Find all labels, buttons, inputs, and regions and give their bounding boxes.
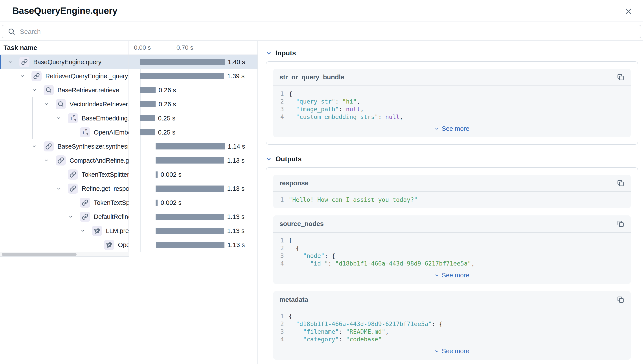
duration-label: 1.13 s xyxy=(227,154,245,168)
duration-bar xyxy=(140,115,155,121)
expander-chevron-icon[interactable] xyxy=(30,88,39,92)
task-name-header: Task name xyxy=(0,41,129,54)
axis-tick: 0.70 s xyxy=(176,41,193,54)
section-label: Inputs xyxy=(276,49,296,57)
line-number: 4 xyxy=(276,336,289,343)
task-row[interactable]: Ope1.13 s xyxy=(0,238,258,252)
task-row[interactable]: TokenTextSplitter.0.002 s xyxy=(0,168,258,182)
outputs-section-header[interactable]: Outputs xyxy=(266,154,638,164)
duration-bar xyxy=(156,214,224,220)
copy-button[interactable] xyxy=(616,73,625,82)
task-label: DefaultRefine xyxy=(94,213,129,220)
chevron-down-icon xyxy=(435,349,439,354)
expander-chevron-icon[interactable] xyxy=(66,214,76,219)
copy-icon xyxy=(617,296,624,303)
task-row[interactable]: DefaultRefine1.13 s xyxy=(0,210,258,224)
line-number: 2 xyxy=(276,98,289,105)
task-row[interactable]: TokenTextSp0.002 s xyxy=(0,196,258,210)
copy-button[interactable] xyxy=(616,295,625,304)
task-row[interactable]: BaseRetriever.retrieve0.26 s xyxy=(0,83,258,97)
duration-label: 0.002 s xyxy=(161,168,181,182)
search-input[interactable] xyxy=(20,28,589,36)
close-button[interactable] xyxy=(624,6,633,16)
field-title: source_nodes xyxy=(280,220,324,228)
code-line: 1{ xyxy=(276,90,626,98)
expander-chevron-icon[interactable] xyxy=(17,74,27,78)
code-line: 4 "id_": "d18bb1f1-466a-443d-98d9-6217bf… xyxy=(276,260,626,267)
field-block: source_nodes1[2 {3 "node": {4 "id_": "d1… xyxy=(273,216,631,284)
expander-chevron-icon[interactable] xyxy=(78,228,88,233)
code-text: "image_path": null, xyxy=(289,105,364,113)
span-details-panel: Inputsstr_or_query_bundle1{2 "query_str"… xyxy=(258,41,643,364)
task-label: CompactAndRefine.ge xyxy=(70,157,129,164)
timeline-cell: 0.25 s xyxy=(129,111,258,125)
task-label: BaseRetriever.retrieve xyxy=(57,86,119,94)
horizontal-scrollbar[interactable] xyxy=(0,252,129,257)
task-label: BaseSynthesizer.synthesiz xyxy=(57,143,129,150)
duration-bar xyxy=(156,186,224,192)
expander-chevron-icon[interactable] xyxy=(42,158,51,163)
task-name-cell: LLM.pre xyxy=(0,224,129,238)
task-row[interactable]: Refine.get_respo1.13 s xyxy=(0,182,258,196)
code-text: "category": "codebase" xyxy=(289,336,382,343)
timeline-cell: 1.13 s xyxy=(129,224,258,238)
task-name-cell: BaseRetriever.retrieve xyxy=(0,83,129,97)
code-text: "d18bb1f1-466a-443d-98d9-6217bf71ee5a": … xyxy=(289,320,443,328)
task-name-cell: RetrieverQueryEngine._query xyxy=(0,69,129,83)
duration-bar xyxy=(140,87,156,93)
code-line: 2 "d18bb1f1-466a-443d-98d9-6217bf71ee5a"… xyxy=(276,320,626,328)
scrollbar-thumb[interactable] xyxy=(2,253,77,256)
see-more-button[interactable]: See more xyxy=(273,345,631,360)
line-number: 4 xyxy=(276,260,289,267)
duration-bar xyxy=(156,172,158,178)
code-viewer: 1"Hello! How can I assist you today?" xyxy=(273,192,631,208)
trace-detail-window: BaseQueryEngine.query Task name 0.00 s 0… xyxy=(0,0,643,364)
task-row[interactable]: BaseSynthesizer.synthesiz1.14 s xyxy=(0,139,258,154)
line-number: 3 xyxy=(276,252,289,260)
duration-label: 1.40 s xyxy=(228,55,245,69)
search-box[interactable] xyxy=(2,25,641,38)
see-more-button[interactable]: See more xyxy=(273,270,631,284)
task-row[interactable]: CompactAndRefine.ge1.13 s xyxy=(0,154,258,168)
duration-label: 1.13 s xyxy=(227,224,245,238)
expander-chevron-icon[interactable] xyxy=(42,102,51,106)
line-number: 1 xyxy=(276,312,289,320)
duration-label: 1.14 s xyxy=(228,139,245,154)
inputs-card: str_or_query_bundle1{2 "query_str": "hi"… xyxy=(266,61,638,145)
task-name-cell: Ope xyxy=(0,238,129,252)
timeline-cell: 0.002 s xyxy=(129,196,258,210)
code-line: 2 "query_str": "hi", xyxy=(276,98,626,105)
vector-numbers-icon: 123 xyxy=(68,113,78,123)
expander-chevron-icon[interactable] xyxy=(5,60,15,64)
code-text: { xyxy=(289,312,292,320)
task-row[interactable]: BaseQueryEngine.query1.40 s xyxy=(0,55,258,69)
inputs-section-header[interactable]: Inputs xyxy=(266,48,638,58)
see-more-button[interactable]: See more xyxy=(273,123,631,137)
task-name-cell: 123BaseEmbedding.g xyxy=(0,111,129,125)
task-row[interactable]: VectorIndexRetriever._0.26 s xyxy=(0,97,258,111)
line-number: 2 xyxy=(276,244,289,252)
duration-bar xyxy=(140,129,155,136)
code-text: "filename": "README.md", xyxy=(289,328,389,336)
line-number: 3 xyxy=(276,328,289,336)
task-name-cell: TokenTextSp xyxy=(0,196,129,210)
expander-chevron-icon[interactable] xyxy=(54,116,63,121)
magnifier-icon xyxy=(44,85,54,95)
expander-chevron-icon[interactable] xyxy=(30,144,39,149)
duration-bar xyxy=(156,242,225,248)
field-block-header: source_nodes xyxy=(273,216,631,232)
expander-chevron-icon[interactable] xyxy=(54,186,63,191)
task-row[interactable]: 123OpenAIEmbe0.25 s xyxy=(0,125,258,139)
task-row[interactable]: LLM.pre1.13 s xyxy=(0,224,258,238)
code-line: 4 "custom_embedding_strs": null, xyxy=(276,113,626,121)
timeline-cell: 0.26 s xyxy=(129,83,258,97)
field-block: response1"Hello! How can I assist you to… xyxy=(273,175,631,208)
line-number: 4 xyxy=(276,113,289,121)
task-label: TokenTextSplitter. xyxy=(82,171,129,178)
copy-button[interactable] xyxy=(616,219,625,228)
task-row[interactable]: RetrieverQueryEngine._query1.39 s xyxy=(0,69,258,83)
code-line: 1{ xyxy=(276,312,626,320)
task-row[interactable]: 123BaseEmbedding.g0.25 s xyxy=(0,111,258,125)
axis-tick: 0.00 s xyxy=(134,41,151,54)
copy-button[interactable] xyxy=(616,179,625,188)
